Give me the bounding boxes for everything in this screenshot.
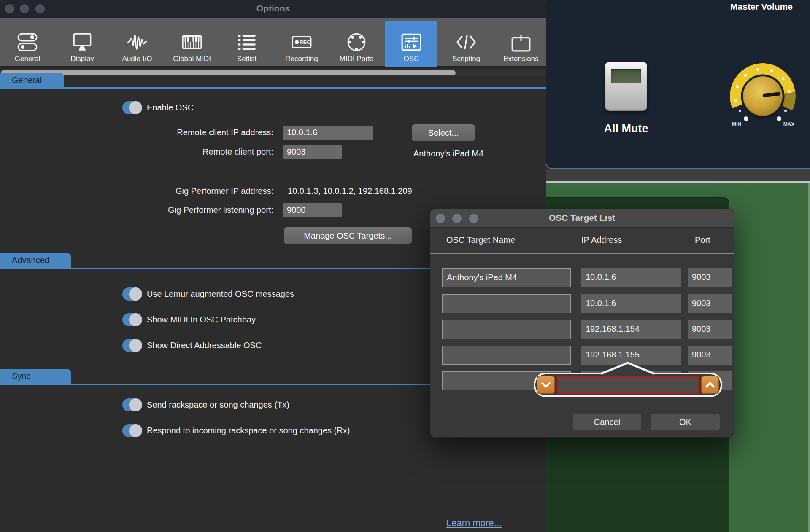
remote-ip-label: Remote client IP address:	[0, 126, 273, 140]
manage-osc-targets-button[interactable]: Manage OSC Targets...	[284, 227, 412, 244]
knob-pointer	[763, 92, 781, 97]
knob-tick-dot	[744, 74, 747, 77]
master-volume-panel: Master Volume All Mute	[545, 0, 810, 169]
chevron-down-icon	[540, 379, 552, 390]
dialog-titlebar: OSC Target List	[430, 209, 734, 228]
target-ip-field[interactable]: 10.0.1.6	[581, 268, 681, 287]
toggle-knob	[129, 313, 142, 326]
chevron-up-icon	[704, 379, 716, 390]
target-port-field[interactable]: 9003	[688, 294, 732, 313]
toolbar-item-extensions[interactable]: Extensions	[495, 21, 547, 67]
target-name-field[interactable]	[442, 346, 571, 365]
remote-port-field[interactable]: 9003	[283, 145, 342, 159]
target-port-field[interactable]: 9003	[688, 268, 732, 287]
toggle-knob	[129, 339, 142, 352]
show-midi-patchbay-toggle[interactable]	[122, 313, 142, 326]
target-name-field[interactable]: Anthony's iPad M4	[442, 268, 571, 287]
ok-button[interactable]: OK	[651, 414, 720, 430]
toolbar-item-midi-ports[interactable]: MIDI Ports	[330, 21, 383, 67]
cancel-button[interactable]: Cancel	[573, 414, 641, 430]
waveform-icon	[127, 32, 148, 52]
select-button[interactable]: Select...	[412, 124, 475, 141]
toolbar-item-label: Display	[70, 55, 94, 63]
knob-tick-dot	[788, 90, 791, 93]
knob-tick-dot	[739, 110, 741, 112]
header-separator	[430, 253, 734, 254]
toggle-knob	[129, 398, 142, 411]
toolbar-item-scripting[interactable]: Scripting	[440, 21, 492, 67]
all-mute-label: All Mute	[584, 122, 668, 135]
toggle-knob	[129, 101, 142, 114]
target-ip-field[interactable]: 10.0.1.6	[581, 294, 681, 313]
toolbar-item-label: Recording	[285, 55, 318, 63]
toolbar-item-recording[interactable]: REC Recording	[275, 21, 328, 67]
knob-tick-dot	[784, 110, 787, 112]
osc-mixer-icon	[401, 32, 422, 52]
knob-end-dot	[777, 116, 781, 121]
toolbar-item-global-midi[interactable]: Global MIDI	[166, 21, 218, 67]
target-ip-field[interactable]: 192.168.1.154	[581, 320, 681, 339]
gp-port-label: Gig Performer listening port:	[0, 203, 273, 217]
show-direct-osc-toggle[interactable]	[122, 339, 142, 352]
toolbar-item-label: Scripting	[452, 55, 480, 63]
spinner-decrement-button[interactable]	[537, 376, 555, 394]
all-mute-lcd	[611, 69, 641, 83]
toolbar-item-label: Audio I/O	[122, 55, 152, 63]
enable-osc-label: Enable OSC	[147, 101, 194, 114]
gp-ip-label: Gig Performer IP address:	[0, 184, 273, 198]
toolbar-item-audio-io[interactable]: Audio I/O	[111, 21, 163, 67]
column-header-name: OSC Target Name	[446, 235, 515, 245]
toolbar-item-label: MIDI Ports	[340, 55, 373, 63]
send-changes-label: Send rackspace or song changes (Tx)	[147, 398, 289, 411]
target-name-field[interactable]	[442, 320, 571, 339]
toolbar-item-general[interactable]: General	[1, 21, 54, 67]
master-volume-knob[interactable]: MIN MAX	[729, 62, 796, 134]
toggle-knob	[129, 424, 142, 437]
toolbar-item-label: Setlist	[237, 55, 256, 63]
spinner-value-field[interactable]	[557, 376, 699, 394]
column-header-port: Port	[695, 235, 710, 245]
gp-port-field[interactable]: 9000	[283, 203, 342, 217]
general-icon	[17, 32, 38, 52]
remote-device-name: Anthony's iPad M4	[413, 147, 540, 161]
show-direct-osc-label: Show Direct Addressable OSC	[147, 339, 262, 352]
send-changes-toggle[interactable]	[122, 398, 142, 411]
knob-tick-dot	[736, 85, 739, 88]
toolbar-scrollbar-track[interactable]	[0, 70, 545, 76]
midi-din-icon	[346, 32, 367, 52]
toolbar-item-label: OSC	[404, 55, 419, 63]
window-title: Options	[0, 3, 546, 13]
master-volume-title: Master Volume	[707, 2, 810, 12]
learn-more-link[interactable]: Learn more...	[446, 518, 502, 529]
target-port-field[interactable]: 9003	[688, 320, 732, 339]
toolbar-item-display[interactable]: Display	[56, 21, 108, 67]
use-lemur-toggle[interactable]	[122, 287, 142, 301]
knob-max-label: MAX	[780, 121, 797, 127]
screen: Master Volume All Mute	[0, 0, 810, 532]
section-divider	[0, 87, 546, 89]
knob-body[interactable]	[743, 76, 783, 116]
toolbar-item-osc[interactable]: OSC	[385, 21, 437, 67]
knob-tick-dot	[770, 69, 773, 72]
section-header-advanced: Advanced	[0, 253, 71, 268]
record-icon: REC	[291, 32, 312, 52]
target-port-field[interactable]: 9003	[688, 346, 732, 365]
knob-tick-dot	[734, 99, 737, 102]
osc-target-list-dialog: OSC Target List OSC Target Name IP Addre…	[430, 209, 734, 438]
extensions-icon	[510, 32, 532, 52]
respond-changes-toggle[interactable]	[122, 424, 142, 437]
knob-tick-dot	[782, 77, 785, 80]
show-midi-patchbay-label: Show MIDI In OSC Patchbay	[147, 313, 256, 326]
toolbar-item-setlist[interactable]: Setlist	[221, 21, 273, 67]
all-mute-switch[interactable]	[605, 62, 647, 111]
section-header-sync: Sync	[0, 369, 71, 384]
section-header-general: General	[0, 73, 64, 88]
remote-ip-field[interactable]: 10.0.1.6	[283, 126, 373, 140]
spinner-increment-button[interactable]	[701, 376, 719, 394]
toolbar-scrollbar-thumb[interactable]	[1, 70, 456, 75]
toolbar-item-label: Extensions	[503, 55, 538, 63]
target-name-field[interactable]	[442, 294, 571, 313]
options-toolbar: General Display Audio I/O	[0, 18, 546, 68]
enable-osc-toggle[interactable]	[122, 101, 142, 114]
rec-icon-text: REC	[300, 40, 310, 46]
